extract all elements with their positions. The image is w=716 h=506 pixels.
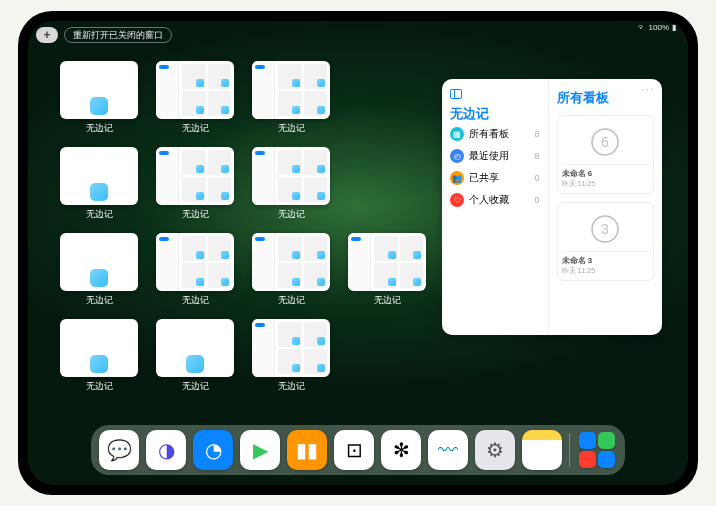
app-window-thumbnail [252,61,330,119]
battery-text: 100% [649,23,669,32]
board-time: 昨天 11:25 [562,266,649,276]
app-window-label: 无边记 [182,380,209,393]
sidebar-toggle-icon[interactable] [450,89,462,99]
dock-app-quark[interactable]: ◔ [193,430,233,470]
app-window-thumbnail [252,319,330,377]
app-window-thumbnail [156,61,234,119]
ipad-device: ᯤ 100% ▮ + 重新打开已关闭的窗口 无边记无边记无边记无边记无边记无边记… [18,11,698,495]
panel-section-title: 所有看板 [557,89,654,107]
app-window-thumbnail [60,61,138,119]
app-window-label: 无边记 [86,122,113,135]
dock-app-quark-hd[interactable]: ◑ [146,430,186,470]
app-window-thumbnail [252,233,330,291]
app-window-label: 无边记 [374,294,401,307]
board-thumbnail: 6 [562,120,649,164]
app-window-card[interactable]: 无边记 [152,319,238,401]
sidebar-item[interactable]: ♡个人收藏0 [450,189,540,211]
ipad-screen: ᯤ 100% ▮ + 重新打开已关闭的窗口 无边记无边记无边记无边记无边记无边记… [28,21,688,485]
sidebar-item-icon: ◴ [450,149,464,163]
dock-app-settings[interactable]: ⚙ [475,430,515,470]
app-window-card[interactable]: 无边记 [248,233,334,315]
app-window-label: 无边记 [86,380,113,393]
board-thumbnail: 3 [562,207,649,251]
sidebar-item-icon: ♡ [450,193,464,207]
dock-app-freeform[interactable]: 〰 [428,430,468,470]
app-window-label: 无边记 [86,294,113,307]
dock-app-play[interactable]: ▶ [240,430,280,470]
app-window-thumbnail [60,319,138,377]
dock-app-notes[interactable] [522,430,562,470]
app-window-thumbnail [156,233,234,291]
app-window-label: 无边记 [278,294,305,307]
app-window-card[interactable]: 无边记 [152,61,238,143]
app-window-card[interactable]: 无边记 [56,233,142,315]
board-name: 未命名 6 [562,168,649,179]
app-window-label: 无边记 [182,122,209,135]
app-window-thumbnail [60,233,138,291]
board-name: 未命名 3 [562,255,649,266]
app-window-thumbnail [60,147,138,205]
sidebar-item[interactable]: ▦所有看板8 [450,123,540,145]
panel-main: ··· 所有看板 6未命名 6昨天 11:253未命名 3昨天 11:25 [548,79,662,335]
wifi-icon: ᯤ [638,23,646,32]
app-window-thumbnail [156,147,234,205]
sidebar-item-icon: ▦ [450,127,464,141]
app-window-card[interactable]: 无边记 [152,147,238,229]
app-window-card[interactable]: 无边记 [248,61,334,143]
sidebar-item-count: 0 [535,173,540,183]
app-window-label: 无边记 [86,208,113,221]
sidebar-item-label: 所有看板 [469,127,509,141]
sidebar-item-icon: 👥 [450,171,464,185]
app-window-thumbnail [156,319,234,377]
board-card[interactable]: 3未命名 3昨天 11:25 [557,202,654,281]
app-switcher-grid: 无边记无边记无边记无边记无边记无边记无边记无边记无边记无边记无边记无边记无边记 [56,61,436,401]
sidebar-item-label: 个人收藏 [469,193,509,207]
app-window-card[interactable]: 无边记 [56,147,142,229]
board-time: 昨天 11:25 [562,179,649,189]
sidebar-item[interactable]: 👥已共享0 [450,167,540,189]
sidebar-item-label: 已共享 [469,171,499,185]
battery-icon: ▮ [672,23,676,32]
app-window-label: 无边记 [278,122,305,135]
dock-app-wechat[interactable]: 💬 [99,430,139,470]
app-window-label: 无边记 [182,208,209,221]
app-window-card[interactable]: 无边记 [248,147,334,229]
app-window-card[interactable]: 无边记 [56,319,142,401]
dock-app-audioshare[interactable]: ✻ [381,430,421,470]
dock-recent-apps[interactable] [577,430,617,470]
app-window-label: 无边记 [278,208,305,221]
panel-sidebar: 无边记 ▦所有看板8◴最近使用8👥已共享0♡个人收藏0 [442,79,548,335]
freeform-panel: 无边记 ▦所有看板8◴最近使用8👥已共享0♡个人收藏0 ··· 所有看板 6未命… [442,79,662,335]
new-window-button[interactable]: + [36,27,58,43]
app-window-card[interactable]: 无边记 [248,319,334,401]
app-window-label: 无边记 [182,294,209,307]
panel-more-button[interactable]: ··· [642,83,654,95]
svg-text:6: 6 [601,134,609,150]
dock-separator [569,433,570,467]
dock-app-books[interactable]: ▮▮ [287,430,327,470]
topbar: + 重新打开已关闭的窗口 [36,27,172,43]
dock: 💬◑◔▶▮▮⊡✻〰⚙ [91,425,625,475]
sidebar-item-count: 8 [535,129,540,139]
app-window-thumbnail [348,233,426,291]
app-window-card[interactable]: 无边记 [344,233,430,315]
reopen-closed-window-button[interactable]: 重新打开已关闭的窗口 [64,27,172,43]
board-card[interactable]: 6未命名 6昨天 11:25 [557,115,654,194]
svg-text:3: 3 [601,221,609,237]
sidebar-item[interactable]: ◴最近使用8 [450,145,540,167]
sidebar-item-label: 最近使用 [469,149,509,163]
dock-app-dice[interactable]: ⊡ [334,430,374,470]
status-bar: ᯤ 100% ▮ [638,23,676,32]
app-window-card[interactable]: 无边记 [152,233,238,315]
app-window-thumbnail [252,147,330,205]
panel-title: 无边记 [450,105,540,123]
app-window-label: 无边记 [278,380,305,393]
sidebar-item-count: 8 [535,151,540,161]
sidebar-item-count: 0 [535,195,540,205]
app-window-card[interactable]: 无边记 [56,61,142,143]
